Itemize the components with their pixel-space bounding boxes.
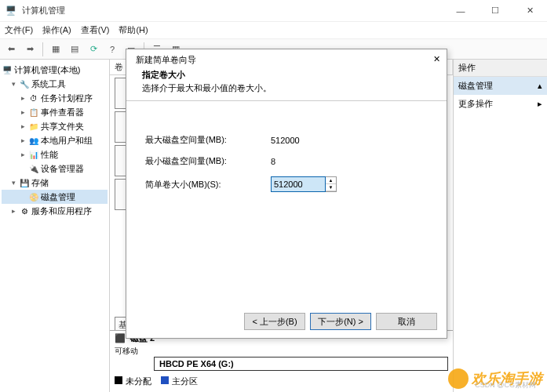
spinner-up-icon[interactable]: ▲ xyxy=(326,177,336,184)
back-button[interactable]: < 上一步(B) xyxy=(244,313,305,330)
disk-icon: 📀 xyxy=(28,191,39,202)
tree-event-viewer[interactable]: 事件查看器 xyxy=(41,107,84,118)
tree-task-scheduler[interactable]: 任务计划程序 xyxy=(41,93,93,104)
tree-services[interactable]: 服务和应用程序 xyxy=(31,205,92,217)
volume-size-input[interactable] xyxy=(271,176,326,192)
refresh-icon[interactable]: ⟳ xyxy=(86,42,101,57)
menu-help[interactable]: 帮助(H) xyxy=(119,24,148,36)
tree-local-users[interactable]: 本地用户和组 xyxy=(41,135,93,147)
menu-file[interactable]: 文件(F) xyxy=(5,24,33,36)
menu-bar: 文件(F) 操作(A) 查看(V) 帮助(H) xyxy=(0,22,547,39)
menu-view[interactable]: 查看(V) xyxy=(81,24,110,36)
volume-size-label: 简单卷大小(MB)(S): xyxy=(145,179,271,191)
new-simple-volume-wizard: 新建简单卷向导 ✕ 指定卷大小 选择介于最大和最小值的卷大小。 最大磁盘空间量(… xyxy=(126,49,447,339)
title-bar: 🖥️ 计算机管理 — ☐ ✕ xyxy=(0,0,547,22)
forward-icon[interactable]: ➡ xyxy=(22,42,38,57)
computer-icon: 🖥️ xyxy=(2,64,13,75)
nav-tree: 🖥️计算机管理(本地) ▾🔧系统工具 ▸⏱任务计划程序 ▸📋事件查看器 ▸📁共享… xyxy=(0,60,110,392)
event-icon: 📋 xyxy=(28,107,39,118)
perf-icon: 📊 xyxy=(28,149,39,160)
legend-unallocated: 未分配 xyxy=(126,376,151,386)
dialog-title: 新建简单卷向导 xyxy=(136,54,196,66)
window-title: 计算机管理 xyxy=(22,5,65,16)
app-icon: 🖥️ xyxy=(5,5,17,17)
max-space-value: 512000 xyxy=(271,136,300,145)
spinner-down-icon[interactable]: ▼ xyxy=(326,184,336,191)
dialog-subheading: 选择介于最大和最小值的卷大小。 xyxy=(142,82,431,94)
clock-icon: ⏱ xyxy=(28,93,39,103)
legend: 未分配 主分区 xyxy=(110,374,453,392)
collapse-icon[interactable]: ▾ xyxy=(9,179,17,187)
expand-icon[interactable]: ▸ xyxy=(19,94,27,102)
folder-icon: 📁 xyxy=(28,121,39,132)
tree-disk-management[interactable]: 磁盘管理 xyxy=(41,191,75,203)
close-button[interactable]: ✕ xyxy=(512,0,547,22)
disk-type: 可移动 xyxy=(110,346,453,357)
expand-icon[interactable]: ▸ xyxy=(19,122,27,130)
tree-root[interactable]: 计算机管理(本地) xyxy=(14,64,80,76)
minimize-button[interactable]: — xyxy=(443,0,478,22)
close-icon[interactable]: ✕ xyxy=(433,54,440,66)
actions-header: 操作 xyxy=(454,60,547,77)
legend-primary: 主分区 xyxy=(172,376,198,386)
tools-icon: 🔧 xyxy=(19,78,30,89)
chevron-right-icon: ▸ xyxy=(538,99,542,109)
menu-action[interactable]: 操作(A) xyxy=(42,24,71,36)
dialog-heading: 指定卷大小 xyxy=(142,69,431,81)
show-hide-icon[interactable]: ▦ xyxy=(48,42,64,57)
separator xyxy=(42,42,43,56)
volume-box[interactable]: HBCD PE X64 (G:) xyxy=(154,357,448,371)
collapse-icon[interactable]: ▾ xyxy=(9,80,17,88)
volume-size-spinner: ▲ ▼ xyxy=(271,176,337,192)
expand-icon[interactable]: ▸ xyxy=(19,136,27,144)
actions-more[interactable]: 更多操作▸ xyxy=(454,95,547,113)
tree-performance[interactable]: 性能 xyxy=(41,149,58,161)
services-icon: ⚙ xyxy=(19,205,30,216)
back-icon[interactable]: ⬅ xyxy=(3,42,19,57)
max-space-label: 最大磁盘空间量(MB): xyxy=(145,134,271,146)
users-icon: 👥 xyxy=(28,135,39,146)
disk-icon: ⬛ xyxy=(115,333,126,343)
tree-device-manager[interactable]: 设备管理器 xyxy=(41,163,84,175)
tree-system-tools[interactable]: 系统工具 xyxy=(31,78,66,90)
storage-icon: 💾 xyxy=(19,177,30,188)
expand-icon[interactable]: ▸ xyxy=(9,207,17,215)
disk-2-panel: ⬛ 磁盘 2 可移动 HBCD PE X64 (G:) 未分配 主分区 xyxy=(110,330,453,392)
legend-swatch-unallocated xyxy=(115,376,122,384)
device-icon: 🔌 xyxy=(28,163,39,174)
maximize-button[interactable]: ☐ xyxy=(478,0,512,22)
next-button[interactable]: 下一步(N) > xyxy=(310,313,371,330)
actions-disk-management[interactable]: 磁盘管理▴ xyxy=(454,77,547,95)
min-space-value: 8 xyxy=(271,157,275,166)
help-icon[interactable]: ? xyxy=(104,42,120,57)
expand-icon[interactable]: ▸ xyxy=(19,108,27,116)
expand-icon[interactable]: ▸ xyxy=(19,151,27,158)
legend-swatch-primary xyxy=(161,376,169,384)
actions-panel: 操作 磁盘管理▴ 更多操作▸ xyxy=(453,60,547,392)
tree-shared-folders[interactable]: 共享文件夹 xyxy=(41,121,84,132)
properties-icon[interactable]: ▤ xyxy=(67,42,82,57)
cancel-button[interactable]: 取消 xyxy=(376,313,437,330)
chevron-up-icon: ▴ xyxy=(538,81,542,91)
min-space-label: 最小磁盘空间量(MB): xyxy=(145,155,271,167)
tree-storage[interactable]: 存储 xyxy=(31,177,49,189)
